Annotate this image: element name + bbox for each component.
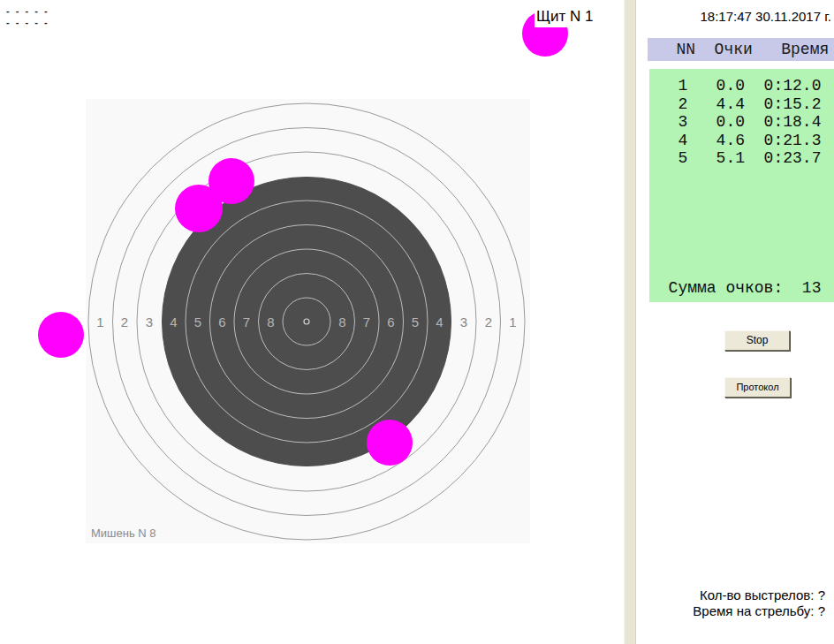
shots-table: 1 0.0 0:12.0 2 4.4 0:15.2 3 0.0 0:18.4 4… [649,69,834,302]
ring-number: 6 [218,314,225,330]
stop-button[interactable]: Stop [724,330,790,351]
ring-number: 3 [146,314,153,330]
ring-number: 1 [509,314,516,330]
shot-marker [38,312,84,358]
dash-line: - - - - - [6,17,49,27]
ring-number: 1 [96,314,103,330]
shot-count-label: Кол-во выстрелов: ? [700,587,825,602]
ring-number: 8 [267,314,274,330]
target-rings: 1122334455667788 [86,99,530,543]
ring-number: 2 [121,314,128,330]
ring-number: 8 [338,314,345,330]
ring-number: 5 [194,314,201,330]
ring-number: 7 [363,314,370,330]
ring-number: 4 [170,314,177,330]
ring-number: 6 [387,314,394,330]
shield-title: Щит N 1 [535,8,595,27]
shot-marker [367,420,413,466]
session-settings: Кол-во выстрелов: ?Время на стрельбу: ? [636,587,825,618]
ring-number: 5 [412,314,419,330]
shots-table-body: 1 0.0 0:12.0 2 4.4 0:15.2 3 0.0 0:18.4 4… [649,77,821,168]
ring-number: 2 [485,314,492,330]
dash-line: - - - - - [6,5,49,16]
shooting-time-label: Время на стрельбу: ? [693,603,825,618]
shot-marker [175,185,223,232]
target-board: 1122334455667788 Мишень N 8 [86,99,530,543]
ring-number: 7 [243,314,250,330]
ring-number: 3 [460,314,467,330]
target-name-label: Мишень N 8 [91,527,156,540]
datetime-label: 18:17:47 30.11.2017 г. [636,9,831,24]
panel-divider [624,0,636,644]
ring-number: 4 [436,314,443,330]
menu-dashes: - - - - -- - - - - [6,5,49,28]
shots-table-header: NN Очки Время [648,38,834,61]
protocol-button[interactable]: Протокол [724,377,791,398]
score-sum: Сумма очков: 13 [649,279,821,297]
